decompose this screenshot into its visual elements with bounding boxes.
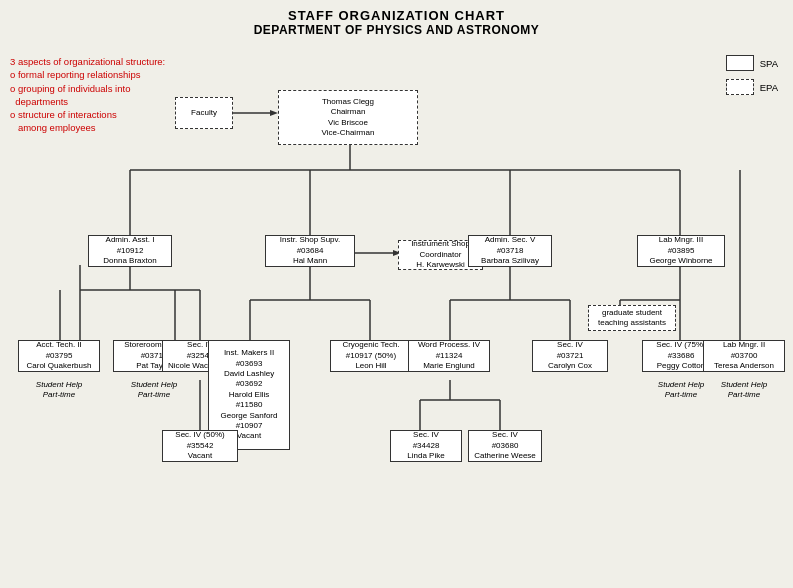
acct-tech-box: Acct. Tech. II #03795 Carol Quakerbush — [18, 340, 100, 372]
thomas-clegg-box: Thomas Clegg Chairman Vic Briscoe Vice-C… — [278, 90, 418, 145]
svg-marker-1 — [270, 110, 278, 116]
admin-asst-box: Admin. Asst. I #10912 Donna Braxton — [88, 235, 172, 267]
lab-mgr-iii-box: Lab Mngr. III #03895 George Winborne — [637, 235, 725, 267]
title-area: STAFF ORGANIZATION CHART DEPARTMENT OF P… — [8, 8, 785, 37]
cryogenic-tech-box: Cryogenic Tech. #10917 (50%) Leon Hill — [330, 340, 412, 372]
admin-sec-v-box: Admin. Sec. V #03718 Barbara Szilivay — [468, 235, 552, 267]
lab-mgr-ii-box: Lab Mngr. II #03700 Teresa Anderson — [703, 340, 785, 372]
instr-shop-box: Instr. Shop Supv. #03684 Hal Mann — [265, 235, 355, 267]
word-process-box: Word Process. IV #11324 Marie Englund — [408, 340, 490, 372]
chart-area: Faculty Thomas Clegg Chairman Vic Brisco… — [0, 40, 793, 588]
grad-student-box: graduate student teaching assistants — [588, 305, 676, 331]
student-help-storeroom: Student HelpPart-time — [113, 380, 195, 401]
page: STAFF ORGANIZATION CHART DEPARTMENT OF P… — [0, 0, 793, 588]
student-help-acct: Student HelpPart-time — [18, 380, 100, 401]
sec-iv-cox-box: Sec. IV #03721 Carolyn Cox — [532, 340, 608, 372]
title-line2: DEPARTMENT OF PHYSICS AND ASTRONOMY — [8, 23, 785, 37]
sec-iv-weese-box: Sec. IV #03680 Catherine Weese — [468, 430, 542, 462]
title-line1: STAFF ORGANIZATION CHART — [8, 8, 785, 23]
faculty-box: Faculty — [175, 97, 233, 129]
sec-iv-pike-box: Sec. IV #34428 Linda Pike — [390, 430, 462, 462]
sec-iv-50-box: Sec. IV (50%) #35542 Vacant — [162, 430, 238, 462]
student-help-cotton: Student HelpPart-time — [642, 380, 720, 401]
